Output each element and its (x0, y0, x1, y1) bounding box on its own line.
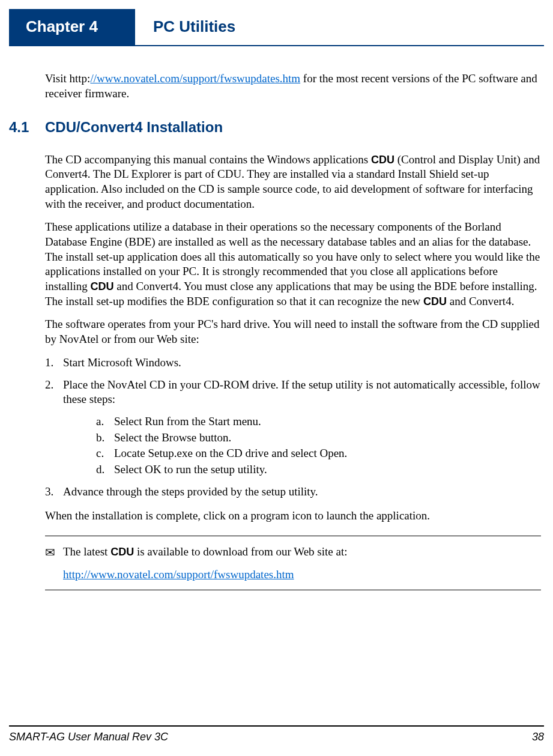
list-text: Place the NovAtel CD in your CD-ROM driv… (63, 378, 541, 407)
cdu-bold: CDU (371, 154, 394, 166)
list-number: a. (96, 414, 114, 429)
list-text: Select OK to run the setup utility. (114, 462, 267, 477)
envelope-icon: ✉ (45, 545, 63, 560)
list-text: Start Microsoft Windows. (63, 355, 541, 370)
list-text: Select the Browse button. (114, 431, 231, 446)
cdu-bold: CDU (423, 295, 447, 307)
ordered-list: 1. Start Microsoft Windows. 2. Place the… (45, 355, 541, 500)
footer-left: SMART-AG User Manual Rev 3C (9, 730, 168, 744)
page-content: Visit http://www.novatel.com/support/fws… (0, 46, 553, 590)
note-text: The latest CDU is available to download … (63, 545, 541, 560)
chapter-title: PC Utilities (135, 9, 235, 45)
cdu-bold: CDU (90, 280, 113, 292)
list-number: c. (96, 446, 114, 461)
list-number: b. (96, 431, 114, 446)
list-item: d. Select OK to run the setup utility. (96, 462, 541, 477)
body-paragraph-3: The software operates from your PC's har… (45, 317, 541, 346)
intro-paragraph: Visit http://www.novatel.com/support/fws… (45, 71, 541, 101)
download-link[interactable]: http://www.novatel.com/support/fwswupdat… (63, 568, 294, 581)
sub-list: a. Select Run from the Start menu. b. Se… (45, 414, 541, 477)
list-number: d. (96, 462, 114, 477)
text: The CD accompanying this manual contains… (45, 153, 371, 166)
cdu-bold: CDU (110, 546, 134, 558)
text: is available to download from our Web si… (134, 545, 347, 558)
section-heading: 4.1CDU/Convert4 Installation (9, 118, 541, 136)
list-number: 3. (45, 485, 63, 500)
list-item: 1. Start Microsoft Windows. (45, 355, 541, 370)
section-title: CDU/Convert4 Installation (45, 119, 223, 135)
page-number: 38 (532, 730, 544, 744)
list-item: b. Select the Browse button. (96, 431, 541, 446)
text: The latest (63, 545, 110, 558)
list-text: Select Run from the Start menu. (114, 414, 261, 429)
note-box: ✉ The latest CDU is available to downloa… (45, 536, 541, 590)
intro-text-pre: Visit http: (45, 72, 90, 85)
chapter-label: Chapter 4 (9, 9, 135, 45)
list-text: Locate Setup.exe on the CD drive and sel… (114, 446, 347, 461)
list-item: c. Locate Setup.exe on the CD drive and … (96, 446, 541, 461)
list-item: 3. Advance through the steps provided by… (45, 485, 541, 500)
list-text: Advance through the steps provided by th… (63, 485, 541, 500)
body-paragraph-1: The CD accompanying this manual contains… (45, 153, 541, 212)
page-footer: SMART-AG User Manual Rev 3C 38 (9, 725, 544, 744)
body-paragraph-2: These applications utilize a database in… (45, 220, 541, 309)
list-number: 2. (45, 378, 63, 407)
chapter-header: Chapter 4 PC Utilities (9, 9, 544, 46)
text: and Convert4. (447, 295, 514, 307)
list-item: a. Select Run from the Start menu. (96, 414, 541, 429)
list-number: 1. (45, 355, 63, 370)
section-number: 4.1 (9, 118, 45, 136)
after-list-paragraph: When the installation is complete, click… (45, 509, 541, 524)
support-link[interactable]: //www.novatel.com/support/fwswupdates.ht… (90, 72, 300, 85)
list-item: 2. Place the NovAtel CD in your CD-ROM d… (45, 378, 541, 407)
